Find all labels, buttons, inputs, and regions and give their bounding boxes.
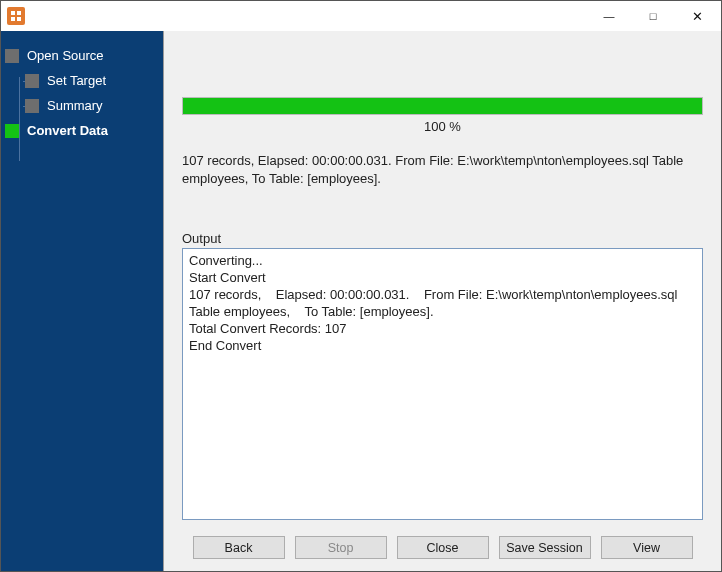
maximize-button[interactable]: □: [631, 2, 675, 30]
svg-rect-3: [17, 17, 21, 21]
progress-fill: [183, 98, 702, 114]
close-window-button[interactable]: ✕: [675, 2, 719, 30]
output-label: Output: [182, 231, 703, 246]
title-bar: — □ ✕: [1, 1, 721, 31]
output-textarea[interactable]: [182, 248, 703, 520]
sidebar-item-set-target[interactable]: Set Target: [25, 68, 159, 93]
minimize-button[interactable]: —: [587, 2, 631, 30]
progress-percent-label: 100 %: [182, 119, 703, 134]
progress-bar: [182, 97, 703, 115]
main-panel: 100 % 107 records, Elapsed: 00:00:00.031…: [163, 31, 721, 571]
wizard-sidebar: Open Source Set Target Summary Convert D…: [1, 31, 163, 571]
svg-rect-1: [17, 11, 21, 15]
status-line: 107 records, Elapsed: 00:00:00.031. From…: [182, 152, 703, 187]
view-button[interactable]: View: [601, 536, 693, 559]
close-button[interactable]: Close: [397, 536, 489, 559]
button-row: Back Stop Close Save Session View: [164, 528, 721, 571]
back-button[interactable]: Back: [193, 536, 285, 559]
step-indicator-icon: [5, 124, 19, 138]
stop-button[interactable]: Stop: [295, 536, 387, 559]
save-session-button[interactable]: Save Session: [499, 536, 591, 559]
step-indicator-icon: [25, 74, 39, 88]
step-indicator-icon: [25, 99, 39, 113]
svg-rect-0: [11, 11, 15, 15]
step-indicator-icon: [5, 49, 19, 63]
sidebar-item-label: Summary: [47, 98, 103, 113]
sidebar-item-label: Convert Data: [27, 123, 108, 138]
sidebar-item-convert-data[interactable]: Convert Data: [5, 118, 159, 143]
sidebar-item-label: Set Target: [47, 73, 106, 88]
svg-rect-2: [11, 17, 15, 21]
sidebar-item-summary[interactable]: Summary: [25, 93, 159, 118]
sidebar-item-open-source[interactable]: Open Source: [5, 43, 159, 68]
app-icon: [7, 7, 25, 25]
sidebar-item-label: Open Source: [27, 48, 104, 63]
